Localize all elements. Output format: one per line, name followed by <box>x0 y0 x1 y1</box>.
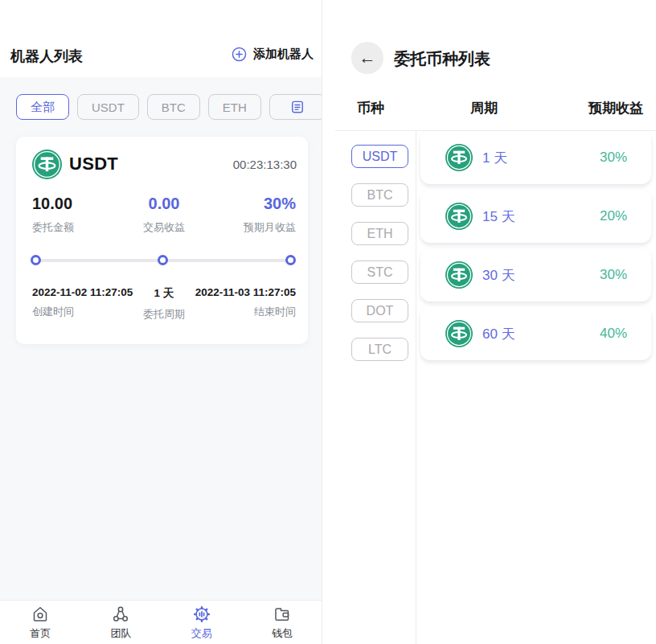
timeline-created-value: 2022-11-02 11:27:05 <box>32 286 139 298</box>
filter-chip-eth[interactable]: ETH <box>208 94 261 120</box>
tab-team-label: 团队 <box>110 626 131 641</box>
robot-card-top: USDT 00:23:13:30 <box>32 150 297 178</box>
stat-monthly-rate-label: 预期月收益 <box>208 220 296 235</box>
add-robot-label: 添加机器人 <box>253 47 314 62</box>
coin-tab-ltc[interactable]: LTC <box>351 338 408 361</box>
coin-plan-title: 委托币种列表 <box>394 48 490 70</box>
filter-chip-btc[interactable]: BTC <box>147 94 200 120</box>
filter-chip-usdt[interactable]: USDT <box>77 94 139 120</box>
plan-period: 60 天 <box>482 325 515 343</box>
back-arrow-icon: ← <box>359 48 376 68</box>
filter-chip-row: 全部 USDT BTC ETH <box>16 94 322 120</box>
slider-knob-end[interactable] <box>285 255 296 265</box>
tab-team[interactable]: 团队 <box>80 601 161 644</box>
robot-list-body: 全部 USDT BTC ETH <box>0 77 322 600</box>
timeline-period: 1 天 委托周期 <box>139 286 188 322</box>
plan-rate: 30% <box>600 267 627 283</box>
stat-amount: 10.00 委托金额 <box>32 195 120 235</box>
trade-icon <box>192 605 211 624</box>
robot-coin-name: USDT <box>69 154 118 174</box>
stat-amount-value: 10.00 <box>32 195 120 213</box>
plan-rate: 40% <box>600 326 627 342</box>
plan-row[interactable]: 60 天 40% <box>420 307 651 360</box>
usdt-coin-icon <box>445 144 473 171</box>
timeline-end-label: 结束时间 <box>189 305 296 319</box>
coin-tab-stc[interactable]: STC <box>351 260 408 284</box>
filter-chip-all[interactable]: 全部 <box>16 94 69 120</box>
tab-home[interactable]: 首页 <box>0 601 80 644</box>
list-filter-icon <box>289 99 305 115</box>
tab-wallet[interactable]: 钱包 <box>242 601 322 644</box>
tab-trade[interactable]: 交易 <box>162 601 242 644</box>
stat-profit-label: 交易收益 <box>120 220 207 235</box>
plan-row[interactable]: 30 天 30% <box>420 248 651 301</box>
slider-knob-middle[interactable] <box>158 255 168 265</box>
stat-profit-value: 0.00 <box>120 195 207 213</box>
plan-list: 1 天 30% 15 天 20% 30 天 30% <box>416 131 656 366</box>
robot-countdown: 00:23:13:30 <box>233 158 297 171</box>
coin-plan-screen: ← 委托币种列表 币种 周期 预期收益 USDT BTC ETH STC DOT… <box>335 0 656 644</box>
slider-knob-start[interactable] <box>31 255 41 265</box>
app-root: 机器人列表 添加机器人 全部 USDT BTC ETH <box>0 0 656 644</box>
home-icon <box>31 605 50 624</box>
timeline-created-label: 创建时间 <box>32 305 139 319</box>
timeline-period-value: 1 天 <box>139 286 188 301</box>
stat-monthly-rate-value: 30% <box>208 195 296 213</box>
coin-tab-list: USDT BTC ETH STC DOT LTC <box>351 145 408 361</box>
plan-row[interactable]: 1 天 30% <box>420 131 651 184</box>
plan-row[interactable]: 15 天 20% <box>420 190 651 243</box>
wallet-icon <box>273 605 292 624</box>
timeline-created: 2022-11-02 11:27:05 创建时间 <box>32 286 139 322</box>
bottom-tabbar: 首页 团队 交易 <box>0 600 322 644</box>
usdt-coin-icon <box>445 320 473 347</box>
plan-period: 15 天 <box>482 207 515 226</box>
column-header-period: 周期 <box>470 99 498 117</box>
coin-tab-eth[interactable]: ETH <box>351 222 408 245</box>
robot-list-header: 机器人列表 添加机器人 <box>0 0 322 77</box>
robot-stats-row: 10.00 委托金额 0.00 交易收益 30% 预期月收益 <box>32 195 296 235</box>
coin-tab-dot[interactable]: DOT <box>351 299 408 322</box>
robot-card[interactable]: USDT 00:23:13:30 10.00 委托金额 0.00 交易收益 30… <box>16 137 308 344</box>
column-header-rate: 预期收益 <box>588 99 643 117</box>
robot-list-screen: 机器人列表 添加机器人 全部 USDT BTC ETH <box>0 0 322 644</box>
usdt-coin-icon <box>32 150 62 179</box>
tab-wallet-label: 钱包 <box>272 626 293 641</box>
progress-slider[interactable] <box>35 255 291 265</box>
plan-rate: 30% <box>600 150 627 166</box>
robot-timeline-row: 2022-11-02 11:27:05 创建时间 1 天 委托周期 2022-1… <box>32 286 296 322</box>
stat-profit: 0.00 交易收益 <box>120 195 207 235</box>
coin-tab-usdt[interactable]: USDT <box>351 145 408 168</box>
add-robot-button[interactable]: 添加机器人 <box>231 46 314 63</box>
timeline-end-value: 2022-11-03 11:27:05 <box>189 286 296 298</box>
usdt-coin-icon <box>445 261 473 289</box>
timeline-period-label: 委托周期 <box>139 307 188 322</box>
plan-period: 30 天 <box>482 266 515 285</box>
plan-rate: 20% <box>600 208 627 224</box>
tab-home-label: 首页 <box>30 626 51 641</box>
plan-period: 1 天 <box>482 149 507 167</box>
filter-more-button[interactable] <box>269 94 322 120</box>
team-icon <box>111 605 130 624</box>
back-button[interactable]: ← <box>351 42 383 74</box>
tab-trade-label: 交易 <box>191 626 212 641</box>
plus-circle-icon <box>231 46 248 63</box>
page-title: 机器人列表 <box>10 47 83 66</box>
timeline-end: 2022-11-03 11:27:05 结束时间 <box>189 286 296 322</box>
stat-monthly-rate: 30% 预期月收益 <box>208 195 296 235</box>
column-header-coin: 币种 <box>357 99 384 117</box>
stat-amount-label: 委托金额 <box>32 220 120 235</box>
coin-tab-btc[interactable]: BTC <box>351 183 408 207</box>
usdt-coin-icon <box>445 203 473 230</box>
